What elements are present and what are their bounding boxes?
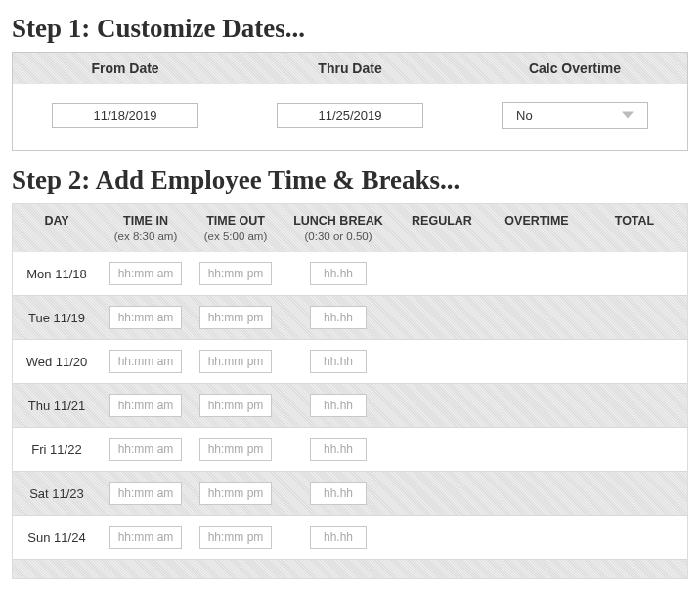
day-label: Fri 11/22 [13,428,101,471]
time-out-input[interactable] [199,394,272,417]
total-cell [586,472,683,515]
time-in-input[interactable] [109,350,182,373]
step1-body-row: No [13,84,687,150]
time-in-input[interactable] [109,306,182,329]
table-row: Sun 11/24 [13,515,687,559]
time-in-input[interactable] [109,438,182,461]
overtime-cell [488,340,586,383]
header-day: DAY [13,204,101,252]
lunch-break-input[interactable] [310,350,367,373]
overtime-cell [488,384,586,427]
time-out-input[interactable] [199,526,272,549]
total-cell [586,384,683,427]
table-row: Tue 11/19 [13,295,687,339]
regular-cell [396,340,488,383]
time-out-input[interactable] [199,350,272,373]
from-date-input[interactable] [52,103,198,128]
calc-overtime-header: Calc Overtime [462,61,687,76]
time-out-input[interactable] [199,306,272,329]
header-time-in: TIME IN (ex 8:30 am) [101,204,191,252]
day-label: Wed 11/20 [13,340,101,383]
time-in-input[interactable] [109,482,182,505]
lunch-break-input[interactable] [310,394,367,417]
lunch-break-input[interactable] [310,526,367,549]
time-out-input[interactable] [199,438,272,461]
time-out-input[interactable] [199,262,272,285]
regular-cell [396,516,488,559]
thru-date-input[interactable] [277,103,423,128]
lunch-break-input[interactable] [310,306,367,329]
step2-title: Step 2: Add Employee Time & Breaks... [12,165,688,195]
total-cell [586,516,683,559]
header-lunch: LUNCH BREAK (0:30 or 0.50) [281,204,396,252]
calc-overtime-value: No [516,108,533,123]
table-row: Wed 11/20 [13,339,687,383]
thru-date-header: Thru Date [238,61,462,76]
header-lunch-hint: (0:30 or 0.50) [283,231,394,242]
overtime-cell [488,472,586,515]
regular-cell [396,428,488,471]
overtime-cell [488,516,586,559]
time-table-header: DAY TIME IN (ex 8:30 am) TIME OUT (ex 5:… [13,204,687,252]
lunch-break-input[interactable] [310,438,367,461]
overtime-cell [488,428,586,471]
step1-panel: From Date Thru Date Calc Overtime No [12,52,688,151]
day-label: Mon 11/18 [13,252,101,295]
day-label: Sat 11/23 [13,472,101,515]
header-overtime: OVERTIME [488,204,586,252]
step1-header-row: From Date Thru Date Calc Overtime [13,53,687,84]
table-row: Sat 11/23 [13,471,687,515]
table-row: Mon 11/18 [13,252,687,295]
total-cell [586,428,683,471]
day-label: Sun 11/24 [13,516,101,559]
day-label: Thu 11/21 [13,384,101,427]
calc-overtime-select[interactable]: No [502,102,648,129]
step1-title: Step 1: Customize Dates... [12,14,688,44]
overtime-cell [488,252,586,295]
overtime-cell [488,296,586,339]
time-in-input[interactable] [109,394,182,417]
from-date-header: From Date [13,61,238,76]
regular-cell [396,384,488,427]
regular-cell [396,252,488,295]
table-row: Thu 11/21 [13,383,687,427]
regular-cell [396,296,488,339]
header-time-out-hint: (ex 5:00 am) [193,231,279,242]
time-out-input[interactable] [199,482,272,505]
header-regular: REGULAR [396,204,488,252]
time-in-input[interactable] [109,526,182,549]
step2-panel: DAY TIME IN (ex 8:30 am) TIME OUT (ex 5:… [12,203,688,579]
lunch-break-input[interactable] [310,482,367,505]
header-time-out: TIME OUT (ex 5:00 am) [191,204,281,252]
lunch-break-input[interactable] [310,262,367,285]
time-in-input[interactable] [109,262,182,285]
chevron-down-icon [622,112,634,119]
day-label: Tue 11/19 [13,296,101,339]
total-cell [586,252,683,295]
total-cell [586,296,683,339]
table-row: Fri 11/22 [13,427,687,471]
total-cell [586,340,683,383]
header-time-in-hint: (ex 8:30 am) [103,231,189,242]
header-total: TOTAL [586,204,683,252]
time-table-footer [13,559,687,578]
regular-cell [396,472,488,515]
